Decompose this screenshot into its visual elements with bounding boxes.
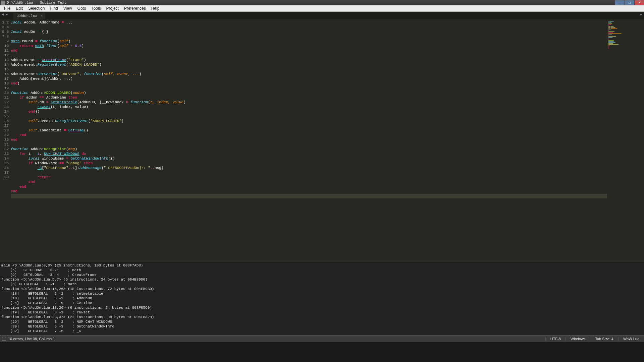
menu-selection[interactable]: Selection	[25, 6, 47, 11]
menu-tools[interactable]: Tools	[89, 6, 104, 11]
tabbar: ◀ ▶ AddOn.lua × ▼	[0, 12, 644, 19]
menu-file[interactable]: File	[1, 6, 13, 11]
menu-preferences[interactable]: Preferences	[121, 6, 149, 11]
window-titlebar: D:\AddOn.lua - Sublime Text — □ ✕	[0, 0, 644, 5]
status-panel-icon[interactable]	[2, 337, 6, 341]
status-tabsize[interactable]: Tab Size: 4	[590, 337, 618, 341]
status-info: 10 errors, Line 38, Column 1	[8, 337, 55, 341]
app-icon	[1, 1, 5, 5]
window-title: D:\AddOn.lua - Sublime Text	[7, 1, 66, 5]
menubar: File Edit Selection Find View Goto Tools…	[0, 5, 644, 12]
tab-addon-lua[interactable]: AddOn.lua ×	[13, 13, 45, 19]
tab-dropdown-icon[interactable]: ▼	[640, 13, 642, 17]
menu-help[interactable]: Help	[149, 6, 162, 11]
line-gutter: 1 2 3 4 5 6 7 8 9 10 11 12 13 14 15 16 1…	[0, 19, 11, 262]
menu-goto[interactable]: Goto	[75, 6, 89, 11]
statusbar: 10 errors, Line 38, Column 1 UTF-8 Windo…	[0, 335, 644, 342]
build-output[interactable]: main <D:\AddOn.lua:0,0> (25 instructions…	[0, 262, 644, 335]
maximize-button[interactable]: □	[625, 0, 634, 5]
nav-forward-icon[interactable]: ▶	[5, 12, 9, 16]
status-line-endings[interactable]: Windows	[566, 337, 590, 341]
menu-find[interactable]: Find	[47, 6, 60, 11]
menu-view[interactable]: View	[61, 6, 75, 11]
close-button[interactable]: ✕	[635, 0, 644, 5]
menu-project[interactable]: Project	[104, 6, 121, 11]
code-editor[interactable]: local Addon, AddonName = ... local AddOn…	[11, 19, 607, 262]
minimap[interactable]: ▄▄▄ ▄▄▄▄▄▄▄▄▄ ▄▄▄ ▄▄▄ ▄▄▄▄▄▄▄▄▄ ▄▄▄▄▄▄▄ …	[607, 19, 644, 262]
os-taskbar	[0, 342, 644, 362]
status-encoding[interactable]: UTF-8	[545, 337, 566, 341]
editor-area: 1 2 3 4 5 6 7 8 9 10 11 12 13 14 15 16 1…	[0, 19, 644, 262]
minimize-button[interactable]: —	[615, 0, 625, 5]
status-syntax[interactable]: WoW Lua	[618, 337, 644, 341]
menu-edit[interactable]: Edit	[13, 6, 25, 11]
tab-close-icon[interactable]: ×	[41, 14, 43, 18]
tab-label: AddOn.lua	[17, 14, 37, 18]
nav-back-icon[interactable]: ◀	[1, 12, 5, 16]
